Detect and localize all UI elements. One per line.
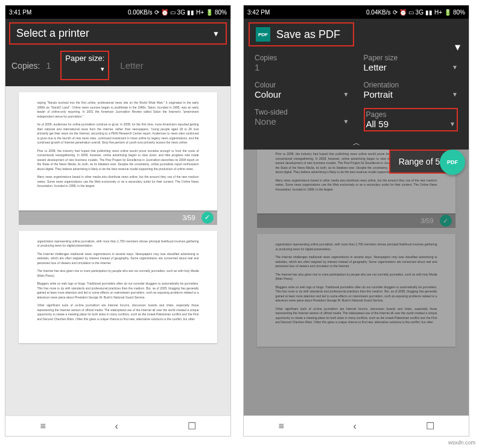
doc-text: Many news organizations based in other m… — [37, 175, 198, 189]
paper-size-label: Paper size: — [65, 54, 104, 63]
alarm-icon: ⏰ — [399, 9, 407, 16]
nav-bar: ≡ ‹ ☐ — [244, 415, 469, 436]
doc-text: Bloggers write on web logs or blogs. Tra… — [37, 282, 198, 300]
sync-off-icon: ⟳ — [393, 9, 398, 16]
sync-off-icon: ⟳ — [154, 9, 159, 16]
chevron-down-icon: ▼ — [343, 118, 349, 125]
chevron-down-icon[interactable]: ▾ — [455, 40, 460, 54]
status-net: 3G — [177, 9, 185, 16]
paper-size-label: Paper size — [364, 54, 458, 62]
pages-label: Pages — [366, 110, 456, 119]
status-net2: H+ — [196, 9, 204, 16]
watermark: wsxdn.com — [448, 440, 475, 446]
status-time: 3:42 PM — [247, 9, 270, 16]
nav-bar: ≡ ‹ ☐ — [5, 415, 230, 436]
battery-icon: 🔋 — [206, 9, 213, 16]
doc-text: saying "Nando evolved into the first onl… — [37, 101, 198, 119]
copies-value[interactable]: 1 — [46, 61, 51, 71]
copies-label: Copies — [255, 54, 349, 62]
nav-menu-button[interactable]: ≡ — [278, 421, 284, 432]
doc-text: organization representing online journal… — [37, 239, 198, 248]
colour-label: Colour — [255, 81, 349, 89]
preview-area[interactable]: saying "Nando evolved into the first onl… — [5, 86, 230, 415]
document-page[interactable]: saying "Nando evolved into the first onl… — [19, 92, 217, 210]
doc-text: Other significant tools of on-line journ… — [37, 303, 198, 321]
status-batt: 80% — [453, 9, 465, 16]
chevron-down-icon: ▼ — [449, 121, 455, 127]
save-pdf-fab[interactable]: PDF — [440, 150, 465, 175]
pdf-icon: PDF — [447, 159, 458, 165]
signal-icon: ▮▮ — [187, 9, 194, 16]
save-as-pdf-label: Save as PDF — [276, 28, 340, 41]
status-bar: 3:41 PM 0.00KB/s ⟳ ⏰ ▭ 3G ▮▮ H+ 🔋 80% — [5, 5, 230, 19]
orientation-dropdown[interactable]: Portrait▼ — [364, 89, 458, 99]
doc-text: The Internet challenges traditional news… — [37, 252, 198, 266]
orientation-label: Orientation — [364, 81, 458, 89]
two-sided-label: Two-sided — [255, 108, 349, 116]
chevron-up-icon: ︿ — [353, 138, 360, 148]
pages-value: All 59 — [366, 119, 389, 129]
chevron-down-icon: ▼ — [452, 64, 458, 71]
pdf-icon: PDF — [256, 27, 270, 42]
two-sided-dropdown[interactable]: None▼ — [255, 116, 349, 127]
select-printer-label: Select a printer — [16, 27, 89, 40]
status-net2: H+ — [434, 9, 442, 16]
colour-dropdown[interactable]: Colour▼ — [255, 89, 349, 99]
chevron-down-icon: ▼ — [343, 91, 349, 98]
two-sided-value: None — [255, 116, 276, 127]
status-time: 3:41 PM — [9, 9, 31, 16]
signal-icon: ▮▮ — [425, 9, 433, 16]
select-printer-dropdown[interactable]: Select a printer ▼ — [9, 22, 227, 45]
status-net: 3G — [416, 9, 423, 16]
copies-label: Copies: — [11, 61, 40, 71]
nav-recent-button[interactable]: ☐ — [188, 420, 196, 432]
print-toolbar: Select a printer ▼ Copies: 1 Paper size:… — [5, 19, 230, 86]
chevron-down-icon: ▾ — [101, 65, 104, 73]
paper-size-dropdown[interactable]: Letter▼ — [364, 62, 458, 72]
document-page[interactable]: organization representing online journal… — [19, 231, 217, 344]
doc-text: Prior to 2008, the industry had hoped th… — [37, 149, 198, 172]
chevron-down-icon: ▼ — [452, 91, 458, 98]
orientation-value: Portrait — [364, 89, 393, 99]
colour-value: Colour — [255, 89, 281, 99]
doc-text: The Internet has also given rise to more… — [37, 269, 198, 278]
status-bar: 3:42 PM 0.04KB/s ⟳ ⏰ ▭ 3G ▮▮ H+ 🔋 80% — [244, 5, 469, 19]
nav-back-button[interactable]: ‹ — [115, 421, 118, 432]
page-selected-check-icon[interactable]: ✓ — [201, 212, 214, 224]
doc-text: As of 2009, audiences for online journal… — [37, 122, 198, 145]
paper-size-dropdown[interactable]: Paper size: ▾ — [60, 51, 109, 80]
nav-back-button[interactable]: ‹ — [353, 421, 356, 432]
page-indicator: 3/59 ✓ — [19, 210, 217, 225]
print-toolbar: PDF Save as PDF ▾ Copies 1 Paper size Le… — [244, 19, 469, 136]
status-speed: 0.04KB/s — [366, 9, 391, 16]
status-batt: 80% — [215, 9, 227, 16]
paper-size-value: Letter — [120, 60, 143, 71]
preview-area[interactable]: Prior to 2008, the industry had hoped th… — [244, 150, 469, 415]
range-label: Range of 59 — [399, 157, 445, 166]
save-as-pdf-dropdown[interactable]: PDF Save as PDF — [249, 22, 354, 46]
nav-recent-button[interactable]: ☐ — [426, 420, 434, 432]
paper-size-value: Letter — [364, 62, 387, 72]
sim-icon: ▭ — [170, 9, 176, 16]
chevron-down-icon: ▼ — [212, 30, 220, 38]
dim-overlay — [244, 150, 469, 415]
battery-icon: 🔋 — [444, 9, 451, 16]
pages-dropdown[interactable]: All 59▼ — [366, 119, 456, 129]
copies-value[interactable]: 1 — [255, 62, 259, 72]
collapse-toggle[interactable]: ︿ — [244, 136, 469, 150]
page-number: 3/59 — [182, 214, 195, 221]
nav-menu-button[interactable]: ≡ — [40, 421, 45, 432]
status-speed: 0.00KB/s — [128, 9, 153, 16]
sim-icon: ▭ — [408, 9, 414, 16]
alarm-icon: ⏰ — [161, 9, 168, 16]
